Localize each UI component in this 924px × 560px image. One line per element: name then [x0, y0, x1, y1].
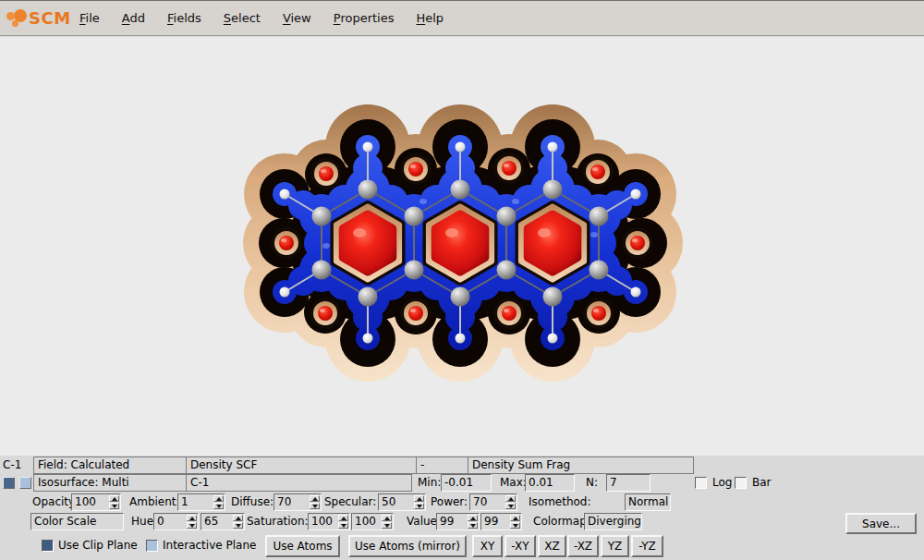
bar-checkbox[interactable]	[735, 477, 747, 489]
spin-up-icon[interactable]	[109, 495, 119, 502]
spin-up-icon[interactable]	[310, 495, 320, 502]
spin-down-icon[interactable]	[510, 522, 520, 529]
spin-down-icon[interactable]	[468, 522, 478, 529]
min-entry[interactable]: -0.01	[441, 474, 492, 492]
spin-down-icon[interactable]	[187, 522, 197, 529]
menu-properties[interactable]: Properties	[322, 7, 406, 29]
spin-down-icon[interactable]	[505, 503, 516, 509]
spin-up-icon[interactable]	[187, 515, 197, 521]
molecule-viewport[interactable]	[0, 37, 924, 456]
interactive-plane-checkbox[interactable]	[146, 540, 158, 552]
isosurface-control-panel: C-1 Field: Calculated Density SCF - Dens…	[0, 456, 924, 560]
colormap-menu[interactable]: Diverging	[584, 513, 642, 530]
min-label: Min:	[418, 474, 441, 492]
field-name-entry[interactable]: Density SCF	[186, 457, 417, 474]
spin-down-icon[interactable]	[414, 503, 424, 509]
density-isosurface-rendering[interactable]	[237, 98, 688, 384]
value-min-value[interactable]: 99	[437, 514, 467, 530]
spin-up-icon[interactable]	[414, 495, 424, 502]
isomethod-label: Isomethod:	[529, 493, 591, 511]
ambient-label: Ambient:	[129, 493, 180, 511]
isomethod-menu[interactable]: Normal	[625, 493, 671, 511]
menu-help[interactable]: Help	[405, 7, 455, 29]
spin-up-icon[interactable]	[382, 515, 392, 521]
spin-down-icon[interactable]	[233, 522, 243, 529]
ambient-spinbox[interactable]: 1	[177, 493, 225, 511]
n-label: N:	[586, 474, 598, 492]
opacity-spinbox[interactable]: 100	[71, 493, 121, 511]
isosurface-menu-button[interactable]: Isosurface: Multi	[33, 474, 187, 492]
spin-down-icon[interactable]	[382, 522, 392, 529]
specular-value[interactable]: 50	[379, 494, 413, 510]
saturation-min-spinbox[interactable]: 100	[308, 513, 350, 530]
layer-swatch-light[interactable]	[19, 477, 31, 489]
hue-max-value[interactable]: 65	[201, 514, 232, 530]
application-window: SCM File Add Fields Select View Properti…	[0, 0, 924, 560]
hue-min-spinbox[interactable]: 0	[153, 513, 199, 530]
power-spinbox[interactable]: 70	[469, 493, 517, 511]
spin-up-icon[interactable]	[213, 495, 224, 502]
field-menu-button[interactable]: Field: Calculated	[33, 457, 187, 474]
spin-down-icon[interactable]	[338, 522, 348, 529]
surface-label: C-1	[3, 457, 21, 474]
menu-select[interactable]: Select	[213, 7, 272, 29]
spin-down-icon[interactable]	[109, 503, 119, 509]
saturation-max-value[interactable]: 100	[352, 514, 381, 530]
field-name-2-entry[interactable]: Density Sum Frag	[468, 457, 694, 474]
color-scale-button[interactable]: Color Scale	[30, 513, 124, 530]
bar-label: Bar	[752, 474, 772, 492]
plane-xz-button[interactable]: XZ	[538, 535, 566, 557]
plane-xy-button[interactable]: XY	[472, 535, 503, 557]
diffuse-value[interactable]: 70	[274, 494, 309, 510]
spin-up-icon[interactable]	[233, 515, 243, 521]
spin-down-icon[interactable]	[213, 503, 224, 509]
use-clip-plane-label: Use Clip Plane	[58, 537, 138, 554]
menu-view[interactable]: View	[272, 7, 322, 29]
power-value[interactable]: 70	[470, 494, 505, 510]
menu-bar: SCM File Add Fields Select View Properti…	[0, 0, 924, 36]
value-min-spinbox[interactable]: 99	[436, 513, 480, 530]
value-max-spinbox[interactable]: 99	[480, 513, 522, 530]
diffuse-label: Diffuse:	[231, 493, 274, 511]
saturation-min-value[interactable]: 100	[309, 514, 337, 530]
scm-logo-icon	[12, 20, 18, 27]
use-clip-plane-checkbox[interactable]	[42, 540, 54, 552]
menu-file[interactable]: File	[68, 7, 111, 29]
spin-up-icon[interactable]	[505, 495, 516, 502]
hue-max-spinbox[interactable]: 65	[201, 513, 245, 530]
spin-down-icon[interactable]	[310, 503, 320, 509]
use-atoms-button[interactable]: Use Atoms	[265, 535, 340, 557]
diffuse-spinbox[interactable]: 70	[274, 493, 322, 511]
plane-neg-xz-button[interactable]: -XZ	[567, 535, 599, 557]
spin-up-icon[interactable]	[338, 515, 348, 521]
plane-yz-button[interactable]: YZ	[601, 535, 629, 557]
isosurface-name-entry[interactable]: C-1	[186, 474, 412, 492]
scm-logo-icon	[6, 12, 15, 20]
use-atoms-mirror-button[interactable]: Use Atoms (mirror)	[348, 535, 467, 557]
save-button[interactable]: Save...	[845, 513, 917, 534]
opacity-value[interactable]: 100	[72, 494, 108, 510]
colormap-label: Colormap:	[533, 513, 590, 530]
max-label: Max:	[500, 474, 527, 492]
hue-min-value[interactable]: 0	[154, 514, 186, 530]
ring-center-lobes	[335, 205, 586, 281]
log-checkbox[interactable]	[695, 477, 707, 489]
log-label: Log	[712, 474, 732, 492]
plane-neg-xy-button[interactable]: -XY	[505, 535, 536, 557]
max-entry[interactable]: 0.01	[525, 474, 575, 492]
ambient-value[interactable]: 1	[178, 494, 213, 510]
value-max-value[interactable]: 99	[481, 514, 509, 530]
power-label: Power:	[431, 493, 468, 511]
specular-label: Specular:	[324, 493, 376, 511]
specular-spinbox[interactable]: 50	[378, 493, 426, 511]
layer-swatch-dark[interactable]	[3, 477, 15, 489]
scm-logo: SCM	[6, 6, 68, 30]
field-operator-entry[interactable]: -	[416, 457, 468, 474]
menu-add[interactable]: Add	[111, 7, 156, 29]
menu-fields[interactable]: Fields	[156, 7, 213, 29]
spin-up-icon[interactable]	[468, 515, 478, 521]
spin-up-icon[interactable]	[510, 515, 520, 521]
n-entry[interactable]: 7	[606, 474, 650, 492]
saturation-max-spinbox[interactable]: 100	[351, 513, 394, 530]
plane-neg-yz-button[interactable]: -YZ	[631, 535, 663, 557]
